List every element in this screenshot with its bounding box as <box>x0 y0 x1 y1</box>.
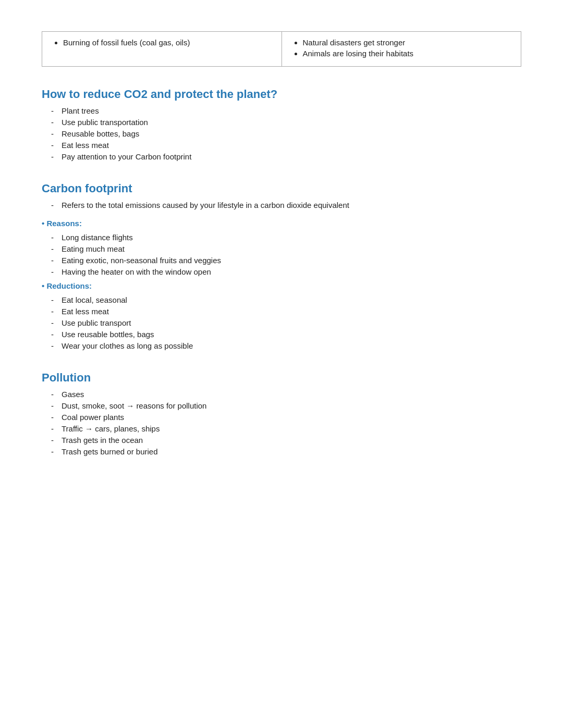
reason-item-3: Eating exotic, non-seasonal fruits and v… <box>51 256 521 265</box>
reduction-item-5: Wear your clothes as long as possible <box>51 341 521 350</box>
carbon-description-item: Refers to the total emissions caused by … <box>51 201 521 209</box>
pollution-item-5: Trash gets in the ocean <box>51 436 521 445</box>
pollution-title: Pollution <box>42 371 521 385</box>
reason-item-1: Long distance flights <box>51 233 521 242</box>
pollution-item-4: Traffic → cars, planes, ships <box>51 424 521 433</box>
reduction-item-3: Use public transport <box>51 318 521 327</box>
pollution-item-2: Dust, smoke, soot → reasons for pollutio… <box>51 401 521 410</box>
reason-item-2: Eating much meat <box>51 244 521 253</box>
pollution-item-3: Coal power plants <box>51 413 521 422</box>
reduction-item-4: Use reusable bottles, bags <box>51 330 521 339</box>
pollution-item-1: Gases <box>51 390 521 399</box>
left-list: Burning of fossil fuels (coal gas, oils) <box>53 38 271 47</box>
top-table: Burning of fossil fuels (coal gas, oils)… <box>42 31 521 67</box>
reasons-list: Long distance flights Eating much meat E… <box>42 233 521 276</box>
pollution-item-6: Trash gets burned or buried <box>51 447 521 456</box>
reduce-item-5: Pay attention to your Carbon footprint <box>51 152 521 161</box>
right-list: Natural disasters get stronger Animals a… <box>292 38 511 58</box>
reduce-item-3: Reusable bottes, bags <box>51 129 521 138</box>
reduce-item-4: Eat less meat <box>51 141 521 150</box>
reason-item-4: Having the heater on with the window ope… <box>51 267 521 276</box>
pollution-section: Pollution Gases Dust, smoke, soot → reas… <box>42 371 521 456</box>
reductions-label: Reductions: <box>42 281 521 290</box>
reduce-co2-title: How to reduce CO2 and protect the planet… <box>42 88 521 101</box>
left-list-item-1: Burning of fossil fuels (coal gas, oils) <box>63 38 271 47</box>
table-cell-left: Burning of fossil fuels (coal gas, oils) <box>42 32 282 66</box>
reduce-co2-list: Plant trees Use public transportation Re… <box>42 106 521 161</box>
carbon-description-list: Refers to the total emissions caused by … <box>42 201 521 209</box>
carbon-footprint-section: Carbon footprint Refers to the total emi… <box>42 182 521 350</box>
pollution-list: Gases Dust, smoke, soot → reasons for po… <box>42 390 521 456</box>
reduce-co2-section: How to reduce CO2 and protect the planet… <box>42 88 521 161</box>
table-cell-right: Natural disasters get stronger Animals a… <box>282 32 521 66</box>
right-list-item-1: Natural disasters get stronger <box>303 38 511 47</box>
right-list-item-2: Animals are losing their habitats <box>303 49 511 58</box>
reduction-item-2: Eat less meat <box>51 307 521 316</box>
reduction-item-1: Eat local, seasonal <box>51 295 521 304</box>
reductions-list: Eat local, seasonal Eat less meat Use pu… <box>42 295 521 350</box>
reduce-item-1: Plant trees <box>51 106 521 115</box>
carbon-footprint-title: Carbon footprint <box>42 182 521 195</box>
reduce-item-2: Use public transportation <box>51 118 521 127</box>
reasons-label: Reasons: <box>42 219 521 228</box>
